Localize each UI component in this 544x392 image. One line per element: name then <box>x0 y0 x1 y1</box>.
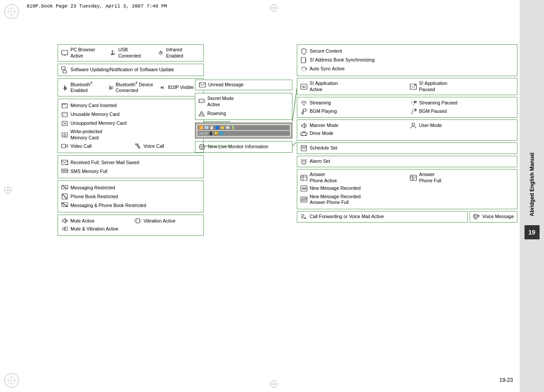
new-msg-recorded-full-icon: ● <box>300 196 307 203</box>
svg-marker-128 <box>305 217 307 219</box>
manner-mode-label: Manner Mode <box>310 123 338 129</box>
unsupported-memory-icon <box>61 120 68 127</box>
alarm-set-label: Alarm Set <box>310 158 330 165</box>
svg-rect-28 <box>62 50 68 55</box>
pc-browser-label: PC BrowserActive <box>70 47 95 59</box>
svg-line-70 <box>134 219 135 220</box>
side-panel: Abridged English Manual 19 <box>520 0 544 392</box>
svg-text:SMS: SMS <box>62 169 68 172</box>
software-update-icon <box>61 66 68 73</box>
svg-marker-103 <box>302 131 306 133</box>
phonebook-restricted-label: Phone Book Restricted <box>70 194 118 200</box>
svg-point-95 <box>302 112 303 114</box>
received-full-icon: ●●● <box>61 159 68 166</box>
new-live-monitor-box: New Live Monitor Information <box>195 141 292 153</box>
page-number-box: 19 <box>525 225 540 239</box>
secure-content-box: Secure Content S! Address Book Synchroni… <box>297 44 517 76</box>
mode-box: Manner Mode User Mode Drive Mode <box>297 119 517 141</box>
bluetooth-enabled-item: Bluetooth®Enabled <box>61 81 103 94</box>
voice-call-icon <box>134 142 141 150</box>
svg-point-37 <box>111 86 113 88</box>
received-full-row: ●●● Received Full; Server Mail Saved <box>61 158 200 167</box>
bluetooth-visible-icon <box>159 84 166 91</box>
sms-full-icon: SMS <box>61 168 68 175</box>
unread-message-box: Unread Message <box>195 80 292 90</box>
svg-rect-42 <box>62 112 67 117</box>
answer-phone-full-item: ● AnswerPhone Full <box>410 172 514 184</box>
answer-phone-box: AnswerPhone Active ● AnswerPhone Full Ne… <box>297 169 517 209</box>
bluetooth-device-label: Bluetooth® DeviceConnected <box>116 81 153 94</box>
new-msg-recorded-label: New Message Recorded <box>310 185 361 192</box>
secure-content-row: Secure Content <box>300 47 514 56</box>
address-book-sync-row: S! Address Book Synchronizing <box>300 56 514 65</box>
auto-sync-row: Auto Sync Active <box>300 65 514 73</box>
bgm-playing-icon <box>300 108 307 115</box>
received-full-label: Received Full; Server Mail Saved <box>70 160 139 166</box>
mail-full-box: ●●● Received Full; Server Mail Saved SMS… <box>58 155 204 178</box>
usb-label: USBConnected <box>118 47 141 59</box>
svg-text:S!: S! <box>302 85 306 89</box>
unsupported-memory-label: Unsupported Memory Card <box>70 120 127 127</box>
streaming-paused-icon <box>410 100 417 107</box>
s-app-paused-icon: S! <box>410 83 417 90</box>
connectivity-box: PC BrowserActive USBConnected InfraredEn… <box>58 44 204 61</box>
schedule-set-label: Schedule Set <box>310 145 337 151</box>
address-book-sync-label: S! Address Book Synchronizing <box>310 57 375 63</box>
new-msg-recorded-full-label: New Message RecordedAnswer Phone Full <box>310 194 361 206</box>
svg-point-92 <box>413 104 414 106</box>
svg-rect-94 <box>416 101 416 103</box>
s-app-paused-label: S! ApplicationPaused <box>419 81 447 92</box>
svg-line-136 <box>292 142 297 146</box>
page-header: 810P.book Page 23 Tuesday, April 3, 2007… <box>27 4 167 9</box>
svg-text:●: ● <box>306 197 307 200</box>
svg-rect-112 <box>301 175 307 181</box>
unusable-memory-icon: ! <box>61 111 68 118</box>
call-forwarding-icon <box>300 213 307 220</box>
svg-line-71 <box>134 221 135 222</box>
unread-message-label: Unread Message <box>208 82 244 88</box>
mute-vibration-box: Mute Active Vibration Active Mute & Vibr… <box>58 215 204 236</box>
voice-message-box: 14:15 Voice Message <box>470 211 517 223</box>
pc-browser-item: PC BrowserActive <box>61 47 105 59</box>
new-msg-recorded-icon <box>300 185 307 192</box>
svg-rect-98 <box>416 109 417 111</box>
streaming-icon <box>300 100 307 107</box>
unusable-memory-label: Unusable Memory Card <box>70 111 120 118</box>
cross-bottom <box>269 380 278 388</box>
svg-line-63 <box>62 194 67 199</box>
streaming-label: Streaming <box>310 100 331 106</box>
drive-mode-row: Drive Mode <box>300 129 514 138</box>
svg-rect-35 <box>63 70 66 73</box>
memory-card-label: Memory Card Inserted <box>70 103 117 109</box>
svg-line-58 <box>62 185 67 189</box>
secret-mode-box: Secret ModeActive Roaming <box>195 93 292 120</box>
both-restricted-icon <box>61 202 68 209</box>
mute-vibration-icon <box>61 225 68 232</box>
svg-text:●: ● <box>413 177 415 180</box>
drive-mode-label: Drive Mode <box>310 131 334 137</box>
unsupported-memory-row: Unsupported Memory Card <box>61 119 200 128</box>
mute-icon <box>61 217 68 224</box>
software-update-label: Software Updating/Notification of Softwa… <box>70 67 174 73</box>
address-book-sync-icon <box>300 57 307 64</box>
video-call-label: Video Call <box>70 143 92 150</box>
call-forwarding-box: Call Forwarding or Voice Mail Active <box>297 211 468 223</box>
streaming-paused-label: Streaming Paused <box>419 100 457 106</box>
s-app-paused-item: S! S! ApplicationPaused <box>410 81 514 92</box>
voice-message-label: Voice Message <box>482 214 514 220</box>
side-label: Abridged English Manual <box>529 153 535 216</box>
mute-vibration-label: Mute & Vibration Active <box>70 226 118 232</box>
bgm-playing-label: BGM Playing <box>310 108 337 115</box>
new-msg-recorded-full-row: ● New Message RecordedAnswer Phone Full <box>300 193 514 207</box>
phonebook-restricted-row: Phone Book Restricted <box>61 192 200 201</box>
manner-mode-item: Manner Mode <box>300 122 404 129</box>
mute-vibration-row: Mute & Vibration Active <box>61 224 200 233</box>
secure-content-icon <box>300 48 307 55</box>
bgm-paused-icon <box>410 108 417 115</box>
mute-item: Mute Active <box>61 217 127 224</box>
auto-sync-label: Auto Sync Active <box>310 66 345 72</box>
svg-rect-104 <box>301 146 307 151</box>
svg-point-99 <box>412 123 415 126</box>
secure-content-label: Secure Content <box>310 48 342 54</box>
roaming-icon <box>198 110 205 117</box>
